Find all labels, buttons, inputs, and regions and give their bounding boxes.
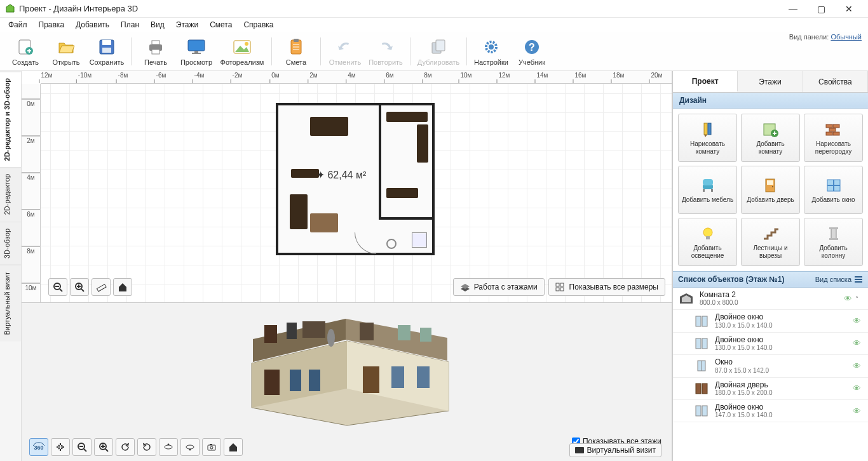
floorplan[interactable]: ✦ 62,44 м² xyxy=(276,103,435,255)
card-add-room[interactable]: Добавить комнату xyxy=(741,114,800,162)
zoom-in-button[interactable] xyxy=(70,278,89,296)
vtab-3d[interactable]: 3D-обзор xyxy=(0,222,21,265)
object-item-dd1[interactable]: Двойная дверь180.0 x 15.0 x 200.0👁 xyxy=(673,378,868,400)
furniture-table[interactable] xyxy=(310,117,348,136)
tb-open[interactable]: Открыть xyxy=(47,34,85,69)
menu-file[interactable]: Файл xyxy=(3,19,33,30)
furniture-sofa[interactable] xyxy=(291,169,319,178)
card-add-column[interactable]: Добавить колонну xyxy=(804,218,863,266)
object-item-dw3[interactable]: Двойное окно147.0 x 15.0 x 140.0👁 xyxy=(673,400,868,422)
tb-undo[interactable]: Отменить xyxy=(326,34,364,69)
home-button[interactable] xyxy=(113,278,132,296)
menu-estimate[interactable]: Смета xyxy=(204,19,238,30)
svg-point-47 xyxy=(327,329,335,347)
list-view-button[interactable]: Вид списка xyxy=(815,276,863,283)
visibility-icon[interactable]: 👁 xyxy=(853,338,864,348)
visibility-icon[interactable]: 👁 xyxy=(853,316,864,326)
tb-estimate[interactable]: Смета xyxy=(277,34,315,69)
visibility-icon[interactable]: 👁 xyxy=(853,384,864,393)
expand-icon[interactable]: ˄ xyxy=(855,295,864,302)
window-title: Проект - Дизайн Интерьера 3D xyxy=(19,4,779,13)
furniture-kitchen[interactable] xyxy=(417,124,428,163)
tb-settings[interactable]: Настройки xyxy=(472,34,510,69)
menu-help[interactable]: Справка xyxy=(238,19,279,30)
tb-preview[interactable]: Просмотр xyxy=(177,34,215,69)
object-item-room2[interactable]: Комната 2800.0 x 800.0👁˄ xyxy=(673,288,868,310)
rtab-project[interactable]: Проект xyxy=(673,71,738,92)
zoom-in-3d-button[interactable] xyxy=(94,438,113,456)
show-dims-button[interactable]: Показывать все размеры xyxy=(548,278,665,296)
card-add-door[interactable]: Добавить дверь xyxy=(741,166,800,214)
svg-rect-88 xyxy=(696,384,701,394)
rotate-ccw-button[interactable] xyxy=(137,438,156,456)
object-item-dw1[interactable]: Двойное окно130.0 x 15.0 x 140.0👁 xyxy=(673,310,868,332)
furniture-kitchen[interactable] xyxy=(386,112,428,122)
svg-rect-83 xyxy=(696,316,701,326)
visibility-icon[interactable]: 👁 xyxy=(853,361,864,371)
menu-view[interactable]: Вид xyxy=(145,19,170,30)
card-add-furniture[interactable]: Добавить мебель xyxy=(678,166,737,214)
view3d-mini-toolbar: 360 xyxy=(29,438,243,456)
new-file-icon xyxy=(15,37,36,57)
tb-save[interactable]: Сохранить xyxy=(88,34,126,69)
tb-photorealism[interactable]: Фотореализм xyxy=(218,34,266,69)
vtab-vr[interactable]: Виртуальный визит xyxy=(0,265,21,342)
card-draw-room[interactable]: Нарисовать комнату xyxy=(678,114,737,162)
menu-edit[interactable]: Правка xyxy=(33,19,71,30)
canvas-3d[interactable]: 360 Показывать все этажи Прозрачные стен… xyxy=(22,302,672,461)
furniture-cabinet[interactable] xyxy=(290,194,308,229)
home-3d-button[interactable] xyxy=(224,438,243,456)
ruler-tick: -6м xyxy=(154,79,166,83)
ruler-tick: 0м xyxy=(269,79,279,83)
rtab-floors[interactable]: Этажи xyxy=(738,71,803,92)
panel-mode-link[interactable]: Обычный xyxy=(831,33,862,41)
card-draw-wall[interactable]: Нарисовать перегородку xyxy=(804,114,863,162)
tb-duplicate[interactable]: Дублировать xyxy=(416,34,461,69)
visibility-icon[interactable]: 👁 xyxy=(853,406,864,416)
door-icon xyxy=(761,177,781,194)
visibility-icon[interactable]: 👁 xyxy=(844,294,855,304)
menu-plan[interactable]: План xyxy=(115,19,145,30)
object-item-w1[interactable]: Окно87.0 x 15.0 x 142.0👁 xyxy=(673,355,868,377)
svg-rect-80 xyxy=(829,238,838,240)
tb-tutorial[interactable]: ?Учебник xyxy=(513,34,551,69)
svg-rect-84 xyxy=(702,316,707,326)
inner-wall xyxy=(379,105,381,220)
card-add-light[interactable]: Добавить освещение xyxy=(678,218,737,266)
virtual-visit-button[interactable]: Виртуальный визит xyxy=(569,443,661,457)
svg-rect-45 xyxy=(398,325,410,340)
svg-point-20 xyxy=(489,44,494,50)
object-dim: 130.0 x 15.0 x 140.0 xyxy=(715,344,853,352)
rotate-cw-button[interactable] xyxy=(116,438,135,456)
rtab-properties[interactable]: Свойства xyxy=(803,71,868,92)
furniture-armchair[interactable] xyxy=(310,213,338,232)
furniture-cabinet[interactable] xyxy=(386,188,418,198)
card-add-window[interactable]: Добавить окно xyxy=(804,166,863,214)
zoom-out-3d-button[interactable] xyxy=(72,438,92,456)
menu-add[interactable]: Добавить xyxy=(70,19,115,30)
measure-button[interactable] xyxy=(92,278,111,296)
tb-print[interactable]: Печать xyxy=(137,34,175,69)
vtab-2d3d[interactable]: 2D-редактор и 3D-обзор xyxy=(0,71,21,167)
tb-redo[interactable]: Повторить xyxy=(367,34,405,69)
zoom-out-button[interactable] xyxy=(48,278,67,296)
toilet-icon[interactable] xyxy=(386,239,397,249)
floors-work-button[interactable]: Работа с этажами xyxy=(453,278,545,296)
tilt-down-button[interactable] xyxy=(180,438,200,456)
object-item-dw2[interactable]: Двойное окно130.0 x 15.0 x 140.0👁 xyxy=(673,333,868,355)
close-button[interactable]: ✕ xyxy=(835,1,863,17)
vtab-2d[interactable]: 2D-редактор xyxy=(0,167,21,221)
maximize-button[interactable]: ▢ xyxy=(807,1,835,17)
orbit-button[interactable]: 360 xyxy=(29,438,48,456)
svg-rect-42 xyxy=(287,323,297,339)
menu-floors[interactable]: Этажи xyxy=(170,19,204,30)
canvas-2d[interactable]: ✦ 62,44 м² Работа с этажами Показывать в… xyxy=(41,84,672,302)
column-icon xyxy=(824,225,844,243)
card-stairs[interactable]: Лестницы и вырезы xyxy=(741,218,800,266)
snapshot-button[interactable] xyxy=(202,438,221,456)
minimize-button[interactable]: — xyxy=(779,1,807,17)
sink-icon[interactable] xyxy=(412,232,427,248)
tilt-up-button[interactable] xyxy=(159,438,178,456)
tb-create[interactable]: Создать xyxy=(6,34,44,69)
pan-button[interactable] xyxy=(51,438,70,456)
